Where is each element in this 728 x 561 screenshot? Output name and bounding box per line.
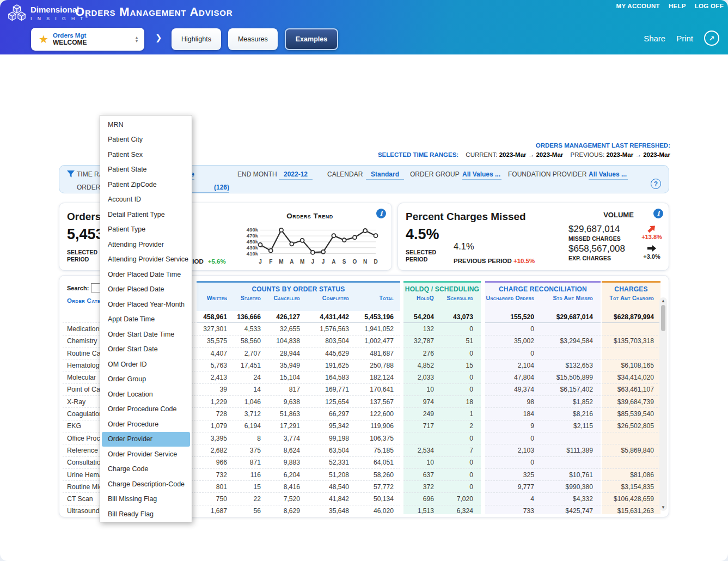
cell: 7,020 [437, 495, 476, 503]
cell: 63,504 [303, 447, 352, 454]
menu-item[interactable]: Charge Description-Code [100, 477, 192, 492]
menu-item[interactable]: Attending Provider Service [100, 252, 192, 267]
cell: 0 [437, 350, 476, 357]
tab-examples[interactable]: Examples [285, 28, 338, 50]
cell: $15,631,263 [602, 507, 657, 515]
cell: 35,575 [197, 337, 230, 345]
menu-item[interactable]: Order Start Date [100, 342, 192, 357]
field-menu: MRNPatient CityPatient SexPatient StateP… [100, 115, 192, 522]
menu-item[interactable]: Order Provider [102, 432, 190, 447]
cell: 250,788 [352, 362, 397, 369]
scrollbar-thumb[interactable] [661, 305, 665, 331]
menu-item[interactable]: Charge Code [100, 462, 192, 477]
cell: $990,380 [537, 483, 596, 491]
cell: $10,761 [537, 471, 596, 479]
menu-item[interactable]: Appt Date Time [100, 312, 192, 327]
column-header[interactable]: HoldQ [403, 295, 437, 301]
share-button[interactable]: Share [644, 34, 665, 43]
dashboard-selector[interactable]: ★ Orders Mgt WELCOME ▴▾ [31, 28, 144, 51]
end-month-value[interactable]: 2022-12 [279, 170, 313, 180]
scroll-down-icon[interactable]: ▼ [659, 505, 667, 510]
cell: 2,682 [197, 447, 230, 454]
cell: 14 [230, 386, 264, 393]
cell: 717 [403, 422, 437, 430]
group-holdq-scheduling: HOLDQ / SCHEDULING HoldQScheduled 54,204… [403, 281, 481, 514]
menu-item[interactable]: OM Order ID [100, 357, 192, 372]
column-header[interactable]: Scheduled [437, 295, 476, 301]
orders-trend-title: Orders Trend [239, 212, 381, 220]
cell: 122,600 [352, 410, 397, 418]
menu-item[interactable]: Order Start Date Time [100, 327, 192, 342]
menu-item[interactable]: Order Placed Year-Month [100, 297, 192, 312]
foundation-provider-label: FOUNDATION PROVIDER [508, 170, 586, 178]
cell: 966 [197, 459, 230, 466]
menu-item[interactable]: Patient City [100, 132, 192, 148]
info-icon[interactable]: i [653, 209, 663, 218]
cell: 372 [403, 483, 437, 491]
scroll-up-icon[interactable]: ▲ [659, 298, 667, 303]
column-header[interactable]: Completed [303, 295, 352, 301]
column-header[interactable]: Uncharged Orders [485, 295, 537, 301]
link-log-off[interactable]: LOG OFF [695, 3, 724, 9]
menu-item[interactable]: Account ID [100, 192, 192, 208]
column-header[interactable]: Tot Amt Charged [602, 295, 657, 301]
cell: 32,787 [403, 337, 437, 345]
menu-item[interactable]: Attending Provider [100, 237, 192, 252]
svg-text:J: J [322, 259, 325, 265]
menu-item[interactable]: Order Provider Service [100, 447, 192, 462]
page-title: Orders Management Advisor [75, 5, 233, 19]
menu-item[interactable]: Order Placed Date [100, 282, 192, 297]
column-header[interactable]: Written [197, 295, 230, 301]
cell: 35,002 [485, 337, 537, 345]
cell: 5,763 [197, 362, 230, 369]
svg-text:A: A [332, 259, 335, 265]
cell: 696 [403, 495, 437, 503]
menu-item[interactable]: Patient Type [100, 222, 192, 237]
menu-item[interactable]: MRN [100, 117, 192, 132]
foundation-provider-value[interactable]: All Values ... [589, 170, 628, 180]
column-header[interactable]: Cancelled [264, 295, 303, 301]
table-row: $3,154,835 [602, 481, 660, 493]
calendar-value[interactable]: Standard [366, 170, 404, 180]
selector-updown-icon[interactable]: ▴▾ [136, 35, 138, 43]
table-row: 325$10,761 [485, 469, 601, 481]
column-header[interactable]: Std Amt Missed [537, 295, 596, 301]
cell: $15,505,899 [537, 374, 596, 381]
cell: 98 [485, 398, 537, 406]
cell: 10 [403, 459, 437, 466]
tab-highlights[interactable]: Highlights [172, 28, 221, 50]
menu-item[interactable]: Patient ZipCode [100, 177, 192, 192]
menu-item[interactable]: Order Procedure Code [100, 402, 192, 417]
menu-item[interactable]: Order Group [100, 372, 192, 387]
menu-item[interactable]: Order Procedure [100, 417, 192, 432]
menu-item[interactable]: Order Placed Date Time [100, 267, 192, 282]
tab-measures[interactable]: Measures [228, 28, 278, 50]
cell: $8,216 [537, 410, 596, 418]
charges-previous-delta: +10.5% [513, 258, 535, 264]
menu-item[interactable]: Patient Sex [100, 147, 192, 162]
help-icon[interactable]: ? [651, 179, 661, 189]
order-provider-value[interactable]: (126) [190, 184, 229, 193]
link-my-account[interactable]: MY ACCOUNT [616, 3, 660, 9]
column-header[interactable]: Total [352, 295, 397, 301]
menu-item[interactable]: Detail Patient Type [100, 207, 192, 222]
svg-text:490k: 490k [247, 227, 259, 233]
export-icon[interactable]: ↗ [704, 31, 719, 46]
table-row: 2491 [403, 408, 481, 420]
order-group-value[interactable]: All Values ... [462, 170, 501, 180]
print-button[interactable]: Print [676, 34, 693, 43]
column-header[interactable]: Started [230, 295, 264, 301]
cell: 15,104 [264, 374, 303, 381]
menu-item[interactable]: Patient State [100, 162, 192, 178]
link-help[interactable]: HELP [669, 3, 686, 9]
cell: 4,533 [230, 325, 264, 333]
table-row: 3,39583,77499,198106,375 [197, 432, 400, 444]
cell: 1,687 [197, 507, 230, 515]
table-scrollbar[interactable]: ▲ ▼ [659, 297, 667, 511]
cell: $132,653 [537, 362, 596, 369]
info-icon[interactable]: i [376, 209, 386, 218]
menu-item[interactable]: Bill Ready Flag [100, 507, 192, 522]
menu-item[interactable]: Order Location [100, 387, 192, 402]
menu-item[interactable]: Bill Missing Flag [100, 492, 192, 507]
table-row: 100 [403, 457, 481, 469]
